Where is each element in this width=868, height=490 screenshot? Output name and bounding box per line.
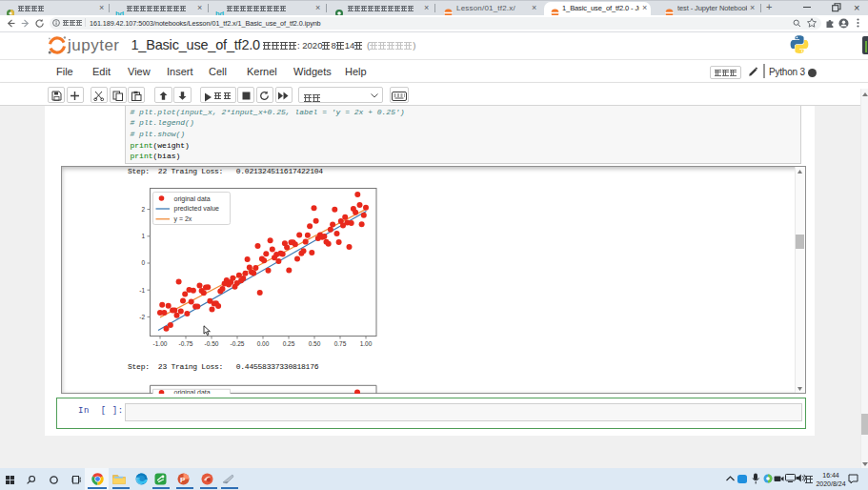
svg-text:y = 2x: y = 2x: [174, 215, 192, 223]
svg-text:original data: original data: [174, 389, 211, 394]
svg-text:0: 0: [141, 259, 145, 266]
svg-text:0.00: 0.00: [257, 340, 270, 347]
svg-text:-0.25: -0.25: [231, 340, 245, 347]
svg-text:-2: -2: [139, 314, 145, 320]
svg-text:0.50: 0.50: [309, 340, 321, 347]
svg-text:-0.50: -0.50: [205, 340, 219, 347]
svg-text:-1: -1: [139, 287, 145, 294]
svg-text:2: 2: [141, 206, 145, 213]
svg-text:original data: original data: [174, 195, 211, 203]
svg-text:predicted value: predicted value: [174, 205, 220, 213]
svg-text:0.75: 0.75: [334, 340, 347, 347]
svg-text:1.00: 1.00: [360, 340, 373, 347]
svg-text:-0.75: -0.75: [179, 340, 193, 347]
svg-text:P: P: [180, 476, 186, 484]
svg-text:0.25: 0.25: [283, 340, 295, 347]
svg-text:1: 1: [141, 233, 145, 239]
svg-text:-1.00: -1.00: [153, 340, 168, 347]
